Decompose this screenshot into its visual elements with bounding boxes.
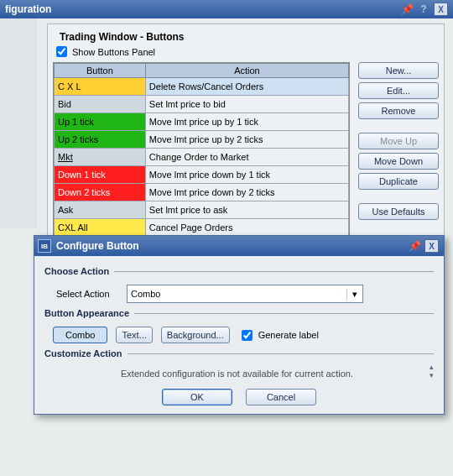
- col-action[interactable]: Action: [145, 64, 348, 78]
- dialog-titlebar: IB Configure Button 📌 X: [34, 236, 444, 256]
- cell-action: Cancel Page Orders: [145, 219, 348, 237]
- choose-action-label: Choose Action: [44, 266, 434, 276]
- close-icon[interactable]: X: [434, 3, 448, 16]
- cell-action: Move lmt price down by 2 ticks: [145, 184, 348, 201]
- left-gutter: [0, 18, 37, 228]
- button-preview: Combo: [53, 327, 107, 343]
- ok-button[interactable]: OK: [162, 389, 232, 405]
- select-action-value: Combo: [128, 289, 346, 299]
- customize-spinner[interactable]: ▴ ▾: [430, 364, 434, 379]
- remove-button[interactable]: Remove: [358, 102, 439, 119]
- help-icon[interactable]: ?: [417, 3, 430, 16]
- parent-title: figuration: [5, 3, 51, 15]
- appearance-label: Button Appearance: [44, 308, 434, 318]
- table-row[interactable]: C X LDelete Rows/Cancel Orders: [55, 78, 349, 96]
- cell-button: CXL All: [55, 219, 146, 237]
- show-panel-input[interactable]: [56, 46, 67, 57]
- cell-button: Mkt: [55, 149, 146, 166]
- cell-action: Move lmt price up by 2 ticks: [145, 131, 348, 149]
- dialog-icon: IB: [38, 239, 51, 253]
- generate-label-checkbox[interactable]: Generate label: [238, 327, 319, 343]
- show-panel-checkbox[interactable]: Show Buttons Panel: [55, 46, 439, 57]
- cell-button: Down 1 tick: [55, 166, 146, 184]
- chevron-down-icon[interactable]: ▾: [430, 372, 434, 379]
- show-panel-label: Show Buttons Panel: [72, 47, 155, 57]
- use-defaults-button[interactable]: Use Defaults: [358, 203, 439, 220]
- customize-note: Extended configuration is not available …: [44, 369, 430, 379]
- table-row[interactable]: Up 2 ticksMove lmt price up by 2 ticks: [55, 131, 349, 149]
- cell-button: Up 2 ticks: [55, 131, 146, 149]
- generate-label-text: Generate label: [258, 330, 319, 340]
- table-row[interactable]: Down 2 ticksMove lmt price down by 2 tic…: [55, 184, 349, 201]
- duplicate-button[interactable]: Duplicate: [358, 173, 439, 190]
- cell-action: Delete Rows/Cancel Orders: [145, 78, 348, 96]
- chevron-down-icon[interactable]: ▾: [346, 289, 362, 300]
- cell-button: Up 1 tick: [55, 113, 146, 131]
- dialog-pin-icon[interactable]: 📌: [408, 239, 421, 253]
- move-up-button[interactable]: Move Up: [358, 133, 439, 149]
- buttons-table: Button Action C X LDelete Rows/Cancel Or…: [53, 62, 350, 238]
- table-row[interactable]: BidSet lmt price to bid: [55, 96, 349, 113]
- chevron-up-icon[interactable]: ▴: [430, 364, 434, 370]
- dialog-close-icon[interactable]: X: [424, 239, 439, 253]
- table-row[interactable]: MktChange Order to Market: [55, 149, 349, 166]
- cell-action: Set lmt price to ask: [145, 201, 348, 219]
- edit-button[interactable]: Edit...: [358, 82, 439, 99]
- cell-button: Ask: [55, 201, 146, 219]
- parent-titlebar: figuration 📌 ? X: [0, 0, 453, 18]
- table-row[interactable]: AskSet lmt price to ask: [55, 201, 349, 219]
- cell-button: Down 2 ticks: [55, 184, 146, 201]
- cell-button: Bid: [55, 96, 146, 113]
- move-down-button[interactable]: Move Down: [358, 153, 439, 170]
- table-row[interactable]: CXL AllCancel Page Orders: [55, 219, 349, 237]
- side-buttons: New... Edit... Remove Move Up Move Down …: [358, 62, 439, 238]
- generate-label-input[interactable]: [242, 330, 253, 341]
- text-button[interactable]: Text...: [116, 327, 152, 343]
- cell-action: Change Order to Market: [145, 149, 348, 166]
- cell-action: Move lmt price down by 1 tick: [145, 166, 348, 184]
- section-title: Trading Window - Buttons: [60, 31, 439, 43]
- table-row[interactable]: Down 1 tickMove lmt price down by 1 tick: [55, 166, 349, 184]
- select-action-label: Select Action: [56, 289, 127, 299]
- cell-action: Set lmt price to bid: [145, 96, 348, 113]
- configure-button-dialog: IB Configure Button 📌 X Choose Action Se…: [34, 235, 445, 415]
- cell-button: C X L: [55, 78, 146, 96]
- pin-icon[interactable]: 📌: [400, 3, 414, 16]
- select-action-combo[interactable]: Combo ▾: [127, 285, 363, 303]
- cancel-button[interactable]: Cancel: [246, 389, 316, 405]
- col-button[interactable]: Button: [55, 64, 146, 78]
- table-row[interactable]: Up 1 tickMove lmt price up by 1 tick: [55, 113, 349, 131]
- new-button[interactable]: New...: [358, 62, 439, 79]
- customize-label: Customize Action: [44, 348, 434, 358]
- background-button[interactable]: Background...: [161, 327, 230, 343]
- buttons-section: Trading Window - Buttons Show Buttons Pa…: [47, 24, 445, 242]
- dialog-title: Configure Button: [56, 240, 139, 252]
- cell-action: Move lmt price up by 1 tick: [145, 113, 348, 131]
